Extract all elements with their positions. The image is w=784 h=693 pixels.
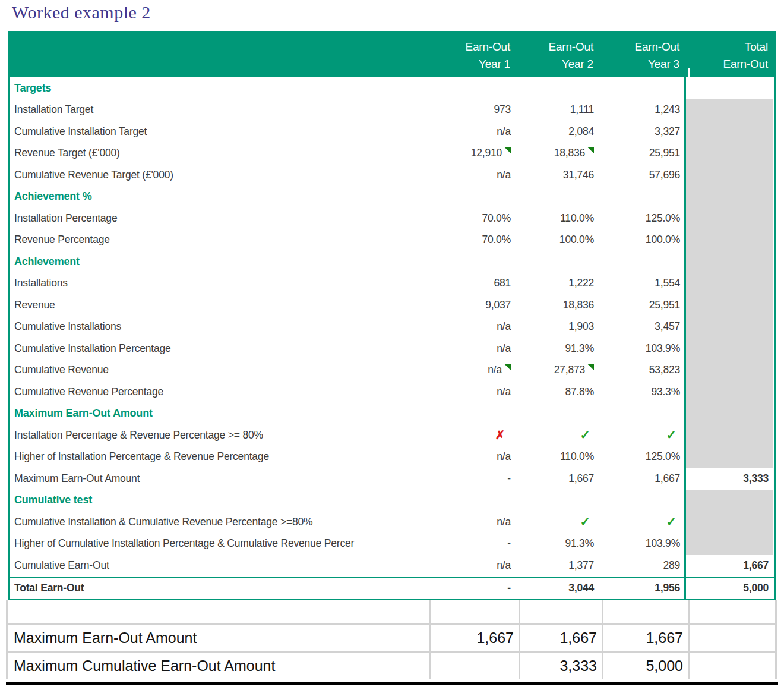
cell-total[interactable]: 1,667 [684, 555, 773, 577]
cell-total[interactable] [684, 316, 773, 338]
cell-year-2[interactable]: 3,044 [515, 582, 598, 594]
cell-year-3[interactable]: 1,243 [598, 103, 684, 116]
cell-year-2[interactable]: 110.0% [515, 451, 598, 463]
cell-year-2[interactable]: 27,873 [515, 364, 598, 376]
section-label[interactable]: Achievement % [10, 190, 429, 203]
cell-total[interactable] [684, 533, 773, 555]
row-label[interactable]: Revenue Percentage [10, 234, 429, 246]
cell-year-1[interactable]: n/a [429, 125, 515, 138]
cell-year-2[interactable]: 1,667 [515, 472, 598, 485]
cell-year-3[interactable]: 53,823 [598, 364, 684, 376]
summary-cell-4[interactable] [690, 653, 777, 679]
summary-cell-3[interactable] [603, 600, 690, 623]
cell-total[interactable] [684, 446, 773, 468]
cell-total[interactable] [684, 273, 773, 295]
row-label[interactable]: Maximum Earn-Out Amount [10, 472, 429, 485]
cell-year-1[interactable]: n/a [429, 169, 515, 181]
cell-year-2[interactable]: 1,903 [515, 320, 598, 333]
row-label[interactable]: Cumulative Installation Percentage [10, 342, 429, 355]
row-label[interactable]: Cumulative Revenue Percentage [10, 386, 429, 398]
cell-year-1[interactable]: 70.0% [429, 212, 515, 225]
cell-year-2[interactable]: 18,836 [515, 147, 598, 159]
cell-total[interactable] [684, 164, 773, 186]
cell-year-2[interactable]: 18,836 [515, 299, 598, 311]
row-label[interactable]: Revenue [10, 299, 429, 311]
summary-row-label[interactable]: Maximum Cumulative Earn-Out Amount [8, 653, 431, 679]
cell-year-2[interactable]: 110.0% [515, 212, 598, 225]
summary-cell-4[interactable] [690, 600, 777, 623]
cell-year-1[interactable]: n/a [429, 342, 515, 355]
cell-year-1[interactable]: 9,037 [429, 299, 515, 311]
cell-year-2[interactable]: 1,111 [515, 103, 598, 116]
section-label[interactable]: Cumulative test [10, 494, 429, 506]
row-label[interactable]: Cumulative Revenue [10, 364, 429, 376]
row-label[interactable]: Higher of Installation Percentage & Reve… [10, 451, 429, 463]
summary-cell-3[interactable]: 1,667 [603, 625, 690, 651]
cell-total[interactable] [684, 229, 773, 251]
cell-year-3[interactable]: 100.0% [598, 234, 684, 246]
row-label[interactable]: Installation Percentage [10, 212, 429, 225]
cell-year-3[interactable]: ✓ [598, 515, 684, 529]
header-col-4[interactable]: TotalEarn-Out [684, 38, 773, 77]
summary-cell-3[interactable]: 5,000 [603, 653, 690, 679]
section-label[interactable]: Maximum Earn-Out Amount [10, 407, 429, 420]
cell-total[interactable] [684, 424, 773, 446]
row-label[interactable]: Cumulative Earn-Out [10, 559, 429, 572]
cell-year-1[interactable]: n/a [429, 559, 515, 572]
summary-cell-1[interactable]: 1,667 [431, 625, 520, 651]
cell-year-1[interactable]: 70.0% [429, 234, 515, 246]
cell-total[interactable] [684, 99, 773, 121]
header-col-1[interactable]: Earn-OutYear 1 [429, 38, 515, 77]
cell-year-2[interactable]: 91.3% [515, 537, 598, 550]
cell-year-3[interactable]: 57,696 [598, 169, 684, 181]
cell-year-1[interactable]: 681 [429, 277, 515, 289]
summary-cell-4[interactable] [690, 625, 777, 651]
summary-cell-2[interactable]: 1,667 [520, 625, 603, 651]
cell-total[interactable] [684, 511, 773, 533]
summary-cell-2[interactable] [520, 600, 603, 623]
row-label[interactable]: Installation Percentage & Revenue Percen… [10, 429, 429, 442]
cell-year-3[interactable]: 125.0% [598, 451, 684, 463]
cell-total[interactable] [684, 490, 773, 512]
cell-total[interactable]: 3,333 [684, 468, 773, 490]
cell-year-3[interactable]: 1,956 [598, 582, 684, 594]
row-label[interactable]: Cumulative Installation & Cumulative Rev… [10, 516, 429, 528]
cell-year-1[interactable]: 973 [429, 103, 515, 116]
cell-year-1[interactable]: - [429, 472, 515, 485]
cell-year-1[interactable]: n/a [429, 451, 515, 463]
cell-year-2[interactable]: 1,377 [515, 559, 598, 572]
row-label[interactable]: Installations [10, 277, 429, 289]
cell-year-2[interactable]: 87.8% [515, 386, 598, 398]
cell-year-3[interactable]: 93.3% [598, 386, 684, 398]
row-label[interactable]: Revenue Target (£'000) [10, 147, 429, 159]
cell-year-1[interactable]: n/a [429, 386, 515, 398]
cell-total[interactable] [684, 360, 773, 382]
cell-total[interactable]: 5,000 [684, 578, 773, 598]
cell-year-1[interactable]: 12,910 [429, 147, 515, 159]
cell-year-3[interactable]: ✓ [598, 428, 684, 442]
cell-year-3[interactable]: 25,951 [598, 147, 684, 159]
row-label[interactable]: Total Earn-Out [10, 582, 429, 594]
cell-year-3[interactable]: 3,327 [598, 125, 684, 138]
cell-year-1[interactable]: - [429, 582, 515, 594]
cell-total[interactable] [684, 381, 773, 403]
header-col-2[interactable]: Earn-OutYear 2 [515, 38, 598, 77]
cell-total[interactable] [684, 121, 773, 143]
cell-total[interactable] [684, 338, 773, 360]
row-label[interactable]: Cumulative Revenue Target (£'000) [10, 169, 429, 181]
cell-total[interactable] [684, 251, 773, 273]
cell-year-1[interactable]: ✗ [429, 428, 515, 442]
row-label[interactable]: Installation Target [10, 103, 429, 116]
cell-year-1[interactable]: n/a [429, 364, 515, 376]
cell-total[interactable] [684, 403, 773, 425]
row-label[interactable]: Cumulative Installation Target [10, 125, 429, 138]
cell-year-3[interactable]: 1,554 [598, 277, 684, 289]
cell-year-1[interactable]: n/a [429, 320, 515, 333]
cell-total[interactable] [684, 186, 773, 208]
summary-row-label[interactable]: Maximum Earn-Out Amount [8, 625, 431, 651]
cell-year-2[interactable]: 91.3% [515, 342, 598, 355]
section-label[interactable]: Targets [10, 82, 429, 94]
cell-total[interactable] [684, 77, 773, 99]
cell-year-2[interactable]: 1,222 [515, 277, 598, 289]
cell-year-1[interactable]: - [429, 537, 515, 550]
